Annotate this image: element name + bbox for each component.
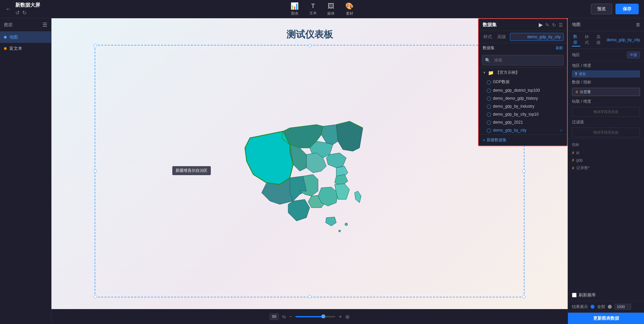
result-option: 全部 [597, 304, 605, 310]
toolbar-media-label: 媒体 [327, 11, 335, 16]
toolbar-media[interactable]: 🖼 媒体 [327, 2, 335, 16]
filter-drag-area[interactable]: 拖动字段至此处 [572, 128, 640, 137]
dashboard-title: 测试仪表板 [286, 28, 333, 41]
dataset-icon-6: ◯ [487, 128, 491, 133]
handle-bc[interactable] [308, 295, 311, 298]
ds-menu-icon[interactable]: ☰ [559, 22, 563, 28]
undo-redo-group: ↺ ↻ [15, 10, 40, 16]
dataset-selected-label: demo_gdp_by_city [606, 38, 640, 42]
preview-button[interactable]: 预览 [591, 4, 612, 14]
save-button[interactable]: 保存 [615, 4, 639, 14]
handle-tl[interactable] [94, 44, 97, 47]
right-map-panel: 地图 ☰ 数据 样式 高级 demo_gdp_by_city 地区 中国 地区 … [568, 18, 644, 324]
map-container[interactable]: 新疆维吾尔自治区 [95, 45, 524, 297]
map-panel-header: 地图 ☰ [568, 18, 644, 31]
layer-item-map[interactable]: 地图 [0, 32, 51, 43]
dataset-name-5: demo_gdp_2021 [493, 120, 523, 125]
dataset-item-5[interactable]: ◯ demo_gdp_2021 [479, 118, 567, 126]
new-dataset-link[interactable]: 新建数据集 [487, 137, 507, 143]
dim-tag-value: 省份 [579, 71, 586, 76]
refresh-row: 刷新频率 [568, 289, 644, 301]
metric-label-id: id [576, 151, 579, 155]
dataset-item-3[interactable]: ◯ demo_gdp_by_industry [479, 102, 567, 110]
back-button[interactable]: ← [5, 6, 11, 13]
zoom-fit-icon[interactable]: ⊛ [345, 314, 350, 320]
material-icon: 🎨 [345, 2, 354, 10]
result-row: 结果展示 全部 [568, 301, 644, 313]
tab-style[interactable]: 样式 [584, 34, 592, 46]
tab-advanced[interactable]: 高级 [595, 34, 604, 46]
handle-mr[interactable] [522, 169, 525, 173]
spacer [568, 173, 644, 289]
dim-tag[interactable]: T 省份 [572, 70, 640, 77]
tab-data[interactable]: 数据 [572, 33, 580, 47]
dataset-item-2[interactable]: ◯ demo_demo_gdp_history [479, 94, 567, 102]
dataset-icon-4: ◯ [487, 112, 491, 117]
metric-label-count: 记录数* [576, 165, 590, 171]
dataset-panel-title: 数据集 [483, 22, 497, 28]
dim-label: 地区 / 维度 [572, 63, 591, 68]
dataset-name-2: demo_demo_gdp_history [493, 96, 538, 101]
dataset-section-label: 数据集 刷新 [479, 43, 567, 53]
ds-edit-icon[interactable]: ✎ [545, 22, 549, 28]
result-radio-2[interactable] [608, 305, 612, 309]
zoom-out-icon[interactable]: − [289, 314, 292, 320]
dataset-item-1[interactable]: ◯ demo_gdp_district_top100 [479, 86, 567, 94]
dataset-refresh-btn[interactable]: 刷新 [556, 46, 563, 51]
dataset-icon-5: ◯ [487, 120, 491, 125]
result-label: 结果展示 [572, 304, 588, 310]
data-label: 数据 / 指标 [572, 79, 591, 85]
ds-tab-advanced[interactable]: 高级 [496, 33, 507, 41]
handle-tc[interactable] [308, 44, 311, 47]
redo-button[interactable]: ↻ [22, 10, 27, 16]
ds-selected-value[interactable]: demo_gdp_by_city [510, 33, 564, 41]
zoom-in-icon[interactable]: + [339, 314, 342, 320]
handle-br[interactable] [522, 295, 525, 298]
result-value-input[interactable] [614, 304, 631, 310]
data-filled-area[interactable]: # 出货量 [572, 88, 640, 96]
undo-button[interactable]: ↺ [15, 10, 20, 16]
toolbar-chart-label: 图表 [291, 11, 298, 16]
filter-row: 过滤器 [568, 118, 644, 126]
handle-ml[interactable] [94, 169, 97, 173]
zoom-slider-thumb[interactable] [321, 314, 325, 318]
dataset-search-input[interactable] [492, 56, 561, 64]
folder-arrow-icon: ▼ [483, 71, 486, 74]
top-bar-right: 预览 保存 [591, 4, 639, 14]
zoom-slider[interactable] [295, 316, 335, 317]
dataset-item-6[interactable]: ◯ demo_gdp_by_city ✓ [479, 126, 567, 134]
dataset-panel: 数据集 ▶ ✎ ↻ ☰ 样式 高级 demo_gdp_by_city 数据集 刷… [478, 18, 568, 146]
dataset-name-4: demo_gdp_by_city_top10 [493, 112, 538, 117]
result-radio[interactable] [591, 305, 595, 309]
top-bar-left: ← 新数据大屏 ↺ ↻ [5, 2, 40, 16]
filter-label: 过滤器 [572, 119, 584, 125]
drill-drag-area[interactable]: 拖动字段至此处 [572, 107, 640, 117]
sidebar-menu-icon[interactable]: ☰ [42, 22, 47, 28]
handle-bl[interactable] [94, 295, 97, 298]
data-tag-value: 出货量 [580, 89, 591, 94]
left-sidebar: 图层 ☰ 地图 富文本 [0, 18, 51, 324]
dataset-item-4[interactable]: ◯ demo_gdp_by_city_top10 [479, 110, 567, 118]
refresh-checkbox[interactable] [572, 293, 577, 297]
metric-label-gdp: gdp [576, 158, 583, 162]
map-panel-menu-icon[interactable]: ☰ [636, 22, 640, 27]
new-dataset-row: + 新建数据集 [479, 134, 567, 146]
toolbar-material[interactable]: 🎨 素材 [345, 2, 354, 16]
dataset-icon-1: ◯ [487, 88, 491, 93]
bottom-bar: 99 % − + ⊛ [51, 309, 568, 324]
folder-item[interactable]: ▼ 📁 【官方示例】 [479, 68, 567, 77]
dataset-name-6: demo_gdp_by_city [493, 128, 526, 133]
toolbar-text-label: 文本 [309, 11, 317, 16]
area-value[interactable]: 中国 [627, 52, 640, 58]
layer-item-richtext[interactable]: 富文本 [0, 43, 51, 54]
ds-tab-style[interactable]: 样式 [482, 33, 493, 41]
dataset-item-0[interactable]: ◯ GDP数据 [479, 77, 567, 86]
area-row: 地区 中国 [568, 49, 644, 61]
layer-name-map: 地图 [9, 34, 18, 40]
ds-refresh-icon[interactable]: ↻ [552, 22, 556, 28]
update-chart-button[interactable]: 更新图表数据 [568, 313, 644, 324]
search-wrapper: 🔍 [482, 55, 564, 65]
toolbar-text[interactable]: T 文本 [309, 3, 317, 16]
toolbar-chart[interactable]: 📊 图表 [290, 2, 299, 16]
cursor-icon: ▶ [539, 22, 543, 28]
